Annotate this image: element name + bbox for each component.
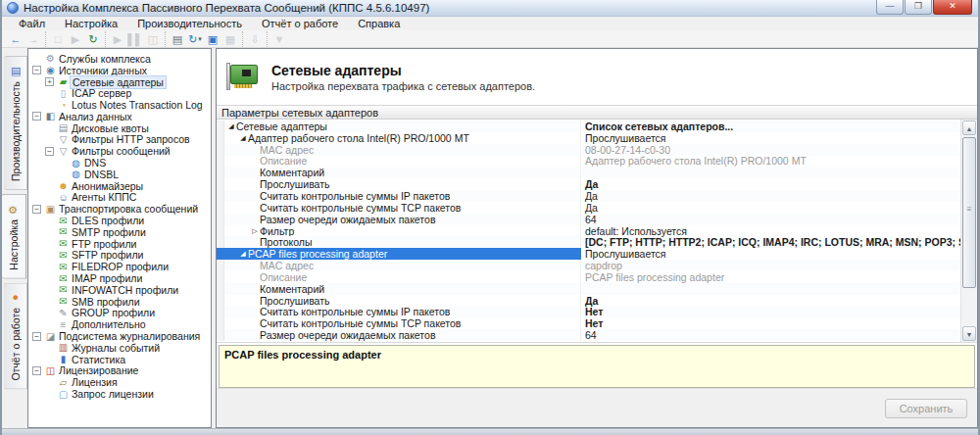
- property-value[interactable]: Нет: [581, 317, 960, 329]
- minimize-button[interactable]: —: [876, 0, 904, 15]
- property-value[interactable]: PCAP files processing adapter: [581, 271, 960, 283]
- tree-item[interactable]: ▤ Дисковые квоты: [28, 122, 211, 134]
- tree-item[interactable]: − ▣ Транспортировка сообщений: [28, 203, 211, 215]
- property-row[interactable]: Описание Адаптер рабочего стола Intel(R)…: [217, 156, 960, 168]
- save-button[interactable]: Сохранить: [885, 399, 967, 418]
- tree-item[interactable]: + ▰ Сетевые адаптеры: [28, 76, 211, 88]
- property-row[interactable]: MAC адрес capdrop: [217, 260, 960, 271]
- collapse-icon[interactable]: −: [32, 332, 41, 341]
- collapse-icon[interactable]: −: [32, 205, 41, 214]
- property-row[interactable]: Комментарий: [217, 167, 960, 178]
- property-row[interactable]: Считать контрольные суммы TCP пакетов Не…: [217, 317, 960, 329]
- menu-item[interactable]: Производительность: [128, 17, 251, 30]
- property-value[interactable]: Список сетевых адаптеров...: [581, 121, 960, 132]
- property-row[interactable]: ▷ Фильтр default: Используется: [217, 225, 960, 237]
- property-row[interactable]: ◢ Адаптер рабочего стола Intel(R) PRO/10…: [217, 132, 960, 144]
- tree-item[interactable]: ◍ DNS: [28, 157, 211, 169]
- property-value[interactable]: Прослушивается: [581, 132, 960, 144]
- tree-item[interactable]: ✎ GROUP профили: [28, 308, 211, 319]
- stop-icon[interactable]: □: [49, 31, 67, 47]
- row-expander-icon[interactable]: ◢: [238, 134, 248, 142]
- property-row[interactable]: Протоколы [DC; FTP; HTTP; HTTP2; ICAP; I…: [217, 236, 960, 248]
- property-value[interactable]: 08-00-27-14-c0-30: [581, 144, 960, 156]
- tree-item[interactable]: ▯ ICAP сервер: [28, 87, 211, 99]
- property-row[interactable]: ◢ PCAP files processing adapter Прослуши…: [217, 248, 960, 260]
- property-value[interactable]: Нет: [581, 306, 960, 317]
- collapse-icon[interactable]: −: [45, 147, 54, 156]
- tree-item[interactable]: ✉ FTP профили: [28, 238, 211, 250]
- tree-item[interactable]: ☻ Анонимайзеры: [28, 180, 211, 192]
- property-row[interactable]: Комментарий: [217, 283, 960, 295]
- chevron-down-icon[interactable]: ▼: [270, 31, 288, 47]
- property-row[interactable]: Считать контрольные суммы TCP пакетов Да: [217, 202, 960, 214]
- property-row[interactable]: ◢ Сетевые адаптеры Список сетевых адапте…: [217, 121, 960, 132]
- tree-item[interactable]: ✉ SMB профили: [28, 296, 211, 308]
- property-row[interactable]: Считать контрольные суммы IP пакетов Да: [217, 190, 960, 202]
- property-value[interactable]: default: Используется: [581, 225, 960, 237]
- menu-item[interactable]: Файл: [10, 17, 54, 30]
- property-value[interactable]: Да: [581, 295, 960, 307]
- tree-item[interactable]: ≡ Дополнительно: [28, 318, 211, 330]
- scroll-down-icon[interactable]: ▼: [962, 326, 976, 341]
- side-tab-inactive[interactable]: Производительность ▥: [4, 56, 27, 190]
- tree-item[interactable]: ✉ SMTP профили: [28, 226, 211, 238]
- tree-item[interactable]: ⚙ Службы комплекса: [28, 53, 211, 65]
- pause-icon[interactable]: ▌▌: [126, 31, 144, 47]
- refresh-icon[interactable]: ↻▾: [186, 31, 204, 47]
- export-icon[interactable]: ▣: [204, 31, 221, 47]
- import-icon[interactable]: ⇩: [246, 31, 264, 47]
- side-tab-active[interactable]: Настройка ⚙: [2, 194, 26, 279]
- row-expander-icon[interactable]: ▷: [250, 227, 260, 235]
- tree-item[interactable]: − ▽ Фильтры сообщений: [28, 145, 211, 157]
- tree-item[interactable]: ✉ INFOWATCH профили: [28, 284, 211, 296]
- property-value[interactable]: [DC; FTP; HTTP; HTTP2; ICAP; ICQ; IMAP4;…: [581, 236, 960, 248]
- row-expander-icon[interactable]: ◢: [238, 250, 248, 258]
- back-arrow-icon[interactable]: ←: [7, 31, 24, 47]
- property-row[interactable]: Прослушивать Да: [217, 178, 960, 190]
- tree-item[interactable]: ▢ Запрос лицензии: [28, 388, 211, 400]
- tree-item[interactable]: ▮ Статистика: [28, 354, 211, 365]
- tree-item[interactable]: ✉ IMAP профили: [28, 272, 211, 284]
- vertical-scrollbar[interactable]: ▲ ▼: [960, 120, 977, 342]
- collapse-icon[interactable]: −: [32, 112, 41, 121]
- tree-item[interactable]: − ◫ Лицензирование: [28, 365, 211, 377]
- property-row[interactable]: Описание PCAP files processing adapter: [217, 271, 960, 283]
- tree-item[interactable]: ▱ Лицензия: [28, 376, 211, 388]
- tree-item[interactable]: ✉ FILEDROP профили: [28, 261, 211, 272]
- scroll-up-icon[interactable]: ▲: [962, 121, 976, 135]
- tree-item[interactable]: ◍ DNSBL: [28, 169, 211, 180]
- property-value[interactable]: Да: [581, 190, 960, 202]
- components-icon[interactable]: ◫: [144, 31, 162, 47]
- restore-button[interactable]: ❐: [905, 0, 932, 15]
- property-value[interactable]: capdrop: [581, 260, 960, 271]
- menu-item[interactable]: Справка: [349, 17, 409, 30]
- collapse-icon[interactable]: −: [32, 66, 41, 74]
- scrollbar-thumb[interactable]: [962, 137, 976, 288]
- tree-item[interactable]: − ◧ Анализ данных: [28, 111, 211, 122]
- property-value[interactable]: Адаптер рабочего стола Intel(R) PRO/1000…: [581, 155, 960, 167]
- tree-item[interactable]: ✉ SFTP профили: [28, 250, 211, 262]
- menu-item[interactable]: Настройка: [56, 17, 126, 30]
- close-button[interactable]: ✕: [933, 0, 972, 15]
- tree-item[interactable]: ✉ DLES профили: [28, 215, 211, 226]
- property-value[interactable]: 64: [581, 214, 960, 225]
- property-row[interactable]: MAC адрес 08-00-27-14-c0-30: [217, 144, 960, 156]
- expand-icon[interactable]: +: [45, 77, 54, 86]
- menu-item[interactable]: Отчёт о работе: [253, 17, 347, 30]
- report-icon[interactable]: ▤: [169, 31, 186, 47]
- forward-arrow-icon[interactable]: →: [24, 31, 42, 47]
- property-row[interactable]: Размер очереди ожидаемых пакетов 64: [217, 214, 960, 225]
- tree-item[interactable]: ☺ Агенты КППС: [28, 192, 211, 204]
- property-row[interactable]: Размер очереди ожидаемых пакетов 64: [217, 329, 960, 341]
- collapse-icon[interactable]: −: [32, 366, 41, 375]
- property-row[interactable]: Прослушивать Да: [217, 295, 960, 307]
- property-row[interactable]: Считать контрольные суммы IP пакетов Нет: [217, 307, 960, 318]
- tree-item[interactable]: − ◪ Подсистема журналирования: [28, 330, 211, 342]
- side-tab-inactive[interactable]: Отчёт о работе ●: [4, 283, 27, 390]
- tree-item[interactable]: ▽ Фильтры HTTP запросов: [28, 134, 211, 146]
- property-value[interactable]: 64: [581, 329, 960, 341]
- play-icon[interactable]: ▶: [109, 31, 126, 47]
- property-value[interactable]: Да: [581, 202, 960, 214]
- property-value[interactable]: Прослушивается: [581, 248, 960, 260]
- tree-item[interactable]: ◔ Lotus Notes Transaction Log: [28, 99, 211, 111]
